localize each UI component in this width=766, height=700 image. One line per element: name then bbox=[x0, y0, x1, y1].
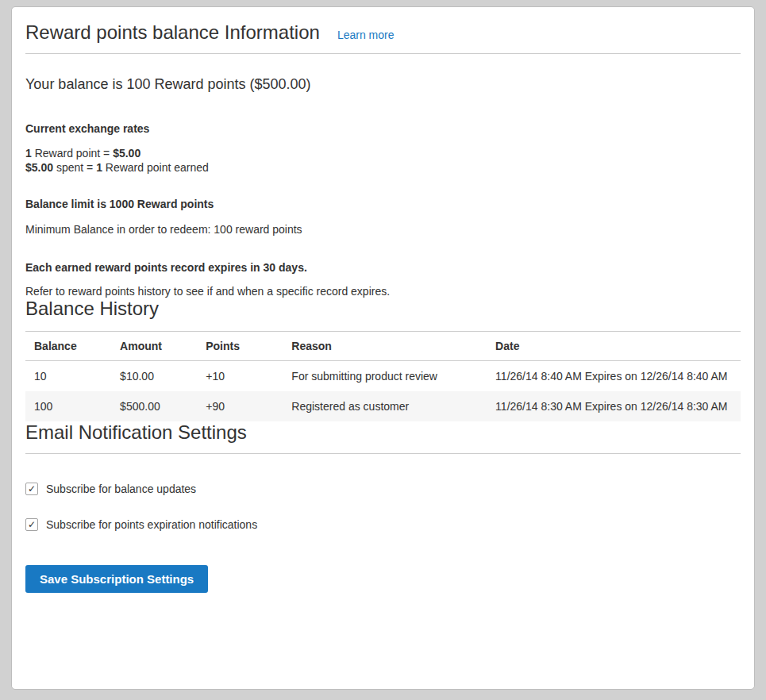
rate1-amount: $5.00 bbox=[113, 147, 140, 160]
checkmark-icon: ✓ bbox=[28, 484, 36, 494]
rate1-middle: Reward point = bbox=[32, 147, 113, 160]
rate2-points: 1 bbox=[96, 161, 102, 174]
column-header-date: Date bbox=[487, 332, 741, 361]
balance-updates-checkbox[interactable]: ✓ bbox=[25, 483, 38, 495]
reward-points-panel: Reward points balance Information Learn … bbox=[11, 6, 755, 690]
exchange-rate-line-1: 1 Reward point = $5.00 bbox=[25, 146, 741, 160]
exchange-rates: 1 Reward point = $5.00 $5.00 spent = 1 R… bbox=[25, 146, 741, 175]
cell-amount: $10.00 bbox=[111, 361, 197, 392]
save-subscription-settings-button[interactable]: Save Subscription Settings bbox=[25, 565, 208, 593]
expiration-note-text: Refer to reward points history to see if… bbox=[25, 285, 741, 298]
exchange-rates-heading: Current exchange rates bbox=[25, 122, 741, 135]
rate2-suffix: Reward point earned bbox=[102, 161, 209, 174]
table-row: 100 $500.00 +90 Registered as customer 1… bbox=[25, 391, 741, 421]
email-notification-title: Email Notification Settings bbox=[25, 421, 741, 444]
points-expiration-label[interactable]: Subscribe for points expiration notifica… bbox=[46, 518, 257, 531]
cell-points: +90 bbox=[197, 391, 283, 421]
balance-history-table: Balance Amount Points Reason Date 10 $10… bbox=[25, 331, 741, 421]
cell-balance: 10 bbox=[25, 361, 111, 392]
balance-summary: Your balance is 100 Reward points ($500.… bbox=[25, 76, 741, 93]
balance-updates-label[interactable]: Subscribe for balance updates bbox=[46, 483, 196, 495]
page-title: Reward points balance Information bbox=[25, 21, 320, 44]
table-row: 10 $10.00 +10 For submitting product rev… bbox=[25, 361, 741, 392]
rate2-amount: $5.00 bbox=[25, 161, 53, 174]
column-header-reason: Reason bbox=[283, 332, 487, 361]
balance-history-title: Balance History bbox=[25, 298, 741, 320]
column-header-balance: Balance bbox=[25, 332, 111, 361]
column-header-amount: Amount bbox=[111, 332, 197, 361]
rate2-middle: spent = bbox=[53, 161, 96, 174]
notification-divider bbox=[25, 453, 741, 454]
exchange-rate-line-2: $5.00 spent = 1 Reward point earned bbox=[25, 160, 741, 175]
cell-amount: $500.00 bbox=[111, 391, 197, 421]
column-header-points: Points bbox=[197, 332, 283, 361]
cell-points: +10 bbox=[197, 361, 283, 392]
minimum-balance-text: Minimum Balance in order to redeem: 100 … bbox=[25, 223, 741, 236]
rate1-points: 1 bbox=[25, 147, 32, 160]
table-header-row: Balance Amount Points Reason Date bbox=[25, 332, 741, 361]
cell-balance: 100 bbox=[25, 391, 111, 421]
points-expiration-checkbox[interactable]: ✓ bbox=[25, 518, 38, 531]
cell-date: 11/26/14 8:30 AM Expires on 12/26/14 8:3… bbox=[487, 391, 741, 421]
cell-reason: Registered as customer bbox=[283, 391, 487, 421]
points-expiration-option: ✓ Subscribe for points expiration notifi… bbox=[25, 518, 741, 531]
balance-updates-option: ✓ Subscribe for balance updates bbox=[25, 483, 741, 495]
checkmark-icon: ✓ bbox=[28, 520, 36, 529]
balance-limit-text: Balance limit is 1000 Reward points bbox=[25, 198, 741, 210]
cell-date: 11/26/14 8:40 AM Expires on 12/26/14 8:4… bbox=[487, 361, 741, 392]
expiration-rule-text: Each earned reward points record expires… bbox=[25, 261, 741, 274]
learn-more-link[interactable]: Learn more bbox=[337, 29, 395, 41]
header-divider bbox=[25, 53, 741, 54]
page-header: Reward points balance Information Learn … bbox=[25, 20, 741, 44]
cell-reason: For submitting product review bbox=[283, 361, 487, 392]
